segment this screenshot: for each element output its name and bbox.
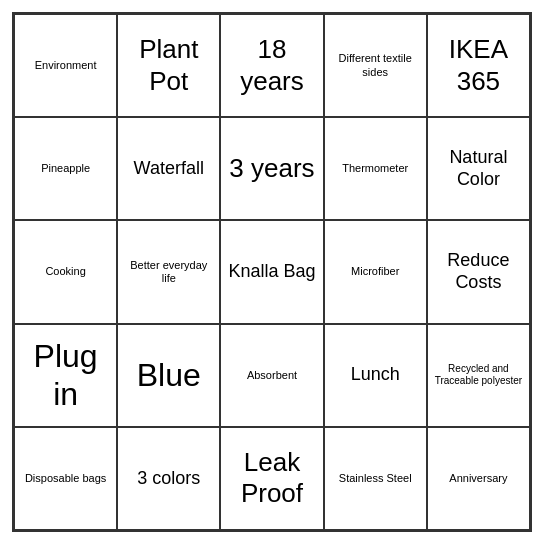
cell-text-r0c1: Plant Pot [122, 34, 215, 96]
cell-text-r2c1: Better everyday life [122, 259, 215, 285]
cell-r2c3: Microfiber [324, 220, 427, 323]
cell-r0c1: Plant Pot [117, 14, 220, 117]
cell-text-r0c3: Different textile sides [329, 52, 422, 78]
cell-text-r3c2: Absorbent [247, 369, 297, 382]
cell-r4c4: Anniversary [427, 427, 530, 530]
cell-r2c2: Knalla Bag [220, 220, 323, 323]
cell-r4c1: 3 colors [117, 427, 220, 530]
cell-text-r3c4: Recycled and Traceable polyester [432, 363, 525, 387]
cell-text-r4c3: Stainless Steel [339, 472, 412, 485]
cell-text-r3c1: Blue [137, 356, 201, 394]
cell-r4c2: Leak Proof [220, 427, 323, 530]
cell-r3c2: Absorbent [220, 324, 323, 427]
cell-text-r0c0: Environment [35, 59, 97, 72]
cell-text-r3c3: Lunch [351, 364, 400, 386]
cell-r4c3: Stainless Steel [324, 427, 427, 530]
cell-text-r2c2: Knalla Bag [228, 261, 315, 283]
cell-r3c4: Recycled and Traceable polyester [427, 324, 530, 427]
cell-r1c0: Pineapple [14, 117, 117, 220]
bingo-board: EnvironmentPlant Pot18 yearsDifferent te… [12, 12, 532, 532]
cell-text-r0c4: IKEA 365 [432, 34, 525, 96]
cell-r1c3: Thermometer [324, 117, 427, 220]
cell-r4c0: Disposable bags [14, 427, 117, 530]
cell-r0c2: 18 years [220, 14, 323, 117]
cell-text-r3c0: Plug in [19, 337, 112, 414]
cell-r2c1: Better everyday life [117, 220, 220, 323]
cell-r2c4: Reduce Costs [427, 220, 530, 323]
cell-text-r1c2: 3 years [229, 153, 314, 184]
cell-text-r4c1: 3 colors [137, 468, 200, 490]
cell-r0c0: Environment [14, 14, 117, 117]
cell-text-r0c2: 18 years [225, 34, 318, 96]
cell-r0c3: Different textile sides [324, 14, 427, 117]
cell-text-r4c0: Disposable bags [25, 472, 106, 485]
cell-r1c2: 3 years [220, 117, 323, 220]
cell-r3c1: Blue [117, 324, 220, 427]
cell-r1c4: Natural Color [427, 117, 530, 220]
cell-text-r4c2: Leak Proof [225, 447, 318, 509]
cell-text-r1c4: Natural Color [432, 147, 525, 190]
cell-text-r1c0: Pineapple [41, 162, 90, 175]
cell-text-r2c0: Cooking [45, 265, 85, 278]
cell-r3c3: Lunch [324, 324, 427, 427]
cell-r2c0: Cooking [14, 220, 117, 323]
cell-text-r2c3: Microfiber [351, 265, 399, 278]
cell-r0c4: IKEA 365 [427, 14, 530, 117]
cell-text-r2c4: Reduce Costs [432, 250, 525, 293]
cell-r1c1: Waterfall [117, 117, 220, 220]
cell-text-r4c4: Anniversary [449, 472, 507, 485]
cell-text-r1c1: Waterfall [134, 158, 204, 180]
cell-text-r1c3: Thermometer [342, 162, 408, 175]
cell-r3c0: Plug in [14, 324, 117, 427]
